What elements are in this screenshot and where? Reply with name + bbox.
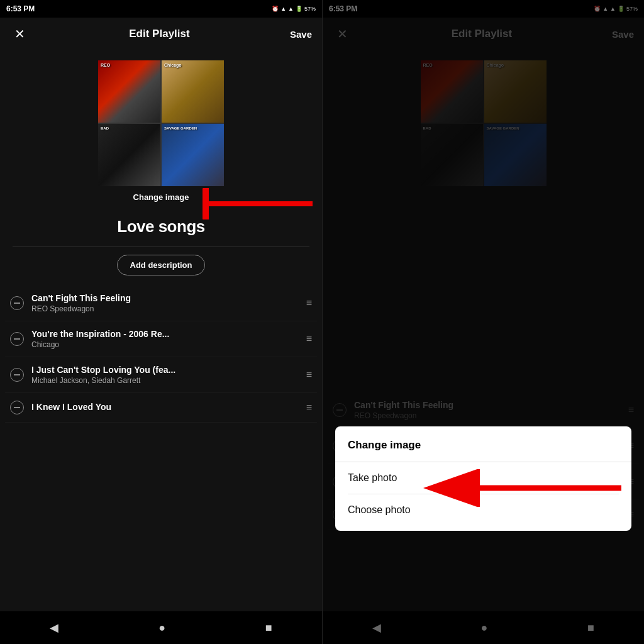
wifi-icon: ▲ xyxy=(280,6,286,12)
page-title-left: Edit Playlist xyxy=(129,28,189,40)
signal-icon: ▲ xyxy=(288,6,294,12)
nav-bar-left: ◀ ● ■ xyxy=(0,611,322,644)
song-title-2-left: You're the Inspiration - 2006 Re... xyxy=(31,329,299,339)
album-art-2-left: Chicago xyxy=(162,60,224,123)
take-photo-option[interactable]: Take photo xyxy=(348,462,619,494)
drag-handle-2-left[interactable]: ≡ xyxy=(306,333,312,345)
song-item-3-left: I Just Can't Stop Loving You (fea... Mic… xyxy=(5,357,317,393)
playlist-title-left: Love songs xyxy=(13,217,309,236)
change-image-sheet: Change image Take photo Choose photo xyxy=(335,426,631,531)
remove-song-2-left[interactable] xyxy=(10,332,24,346)
song-info-4-left: I Knew I Loved You xyxy=(31,402,299,413)
song-title-1-left: Can't Fight This Feeling xyxy=(31,293,299,303)
drag-handle-1-left[interactable]: ≡ xyxy=(306,297,312,309)
status-center-left: ⏰ ▲ ▲ 🔋 57% xyxy=(272,6,316,12)
drag-handle-4-left[interactable]: ≡ xyxy=(306,402,312,413)
song-item-1-left: Can't Fight This Feeling REO Speedwagon … xyxy=(5,286,317,321)
add-description-button-left[interactable]: Add description xyxy=(117,255,206,275)
playlist-image-section-left: REO Chicago BAD SAVAGE GARDEN Change ima… xyxy=(0,50,322,207)
remove-song-4-left[interactable] xyxy=(10,401,24,414)
battery-icon: 🔋 xyxy=(296,6,303,12)
song-item-2-left: You're the Inspiration - 2006 Re... Chic… xyxy=(5,321,317,357)
alarm-icon: ⏰ xyxy=(272,6,279,12)
sheet-title: Change image xyxy=(348,439,619,452)
playlist-image-left[interactable]: REO Chicago BAD SAVAGE GARDEN xyxy=(98,60,224,186)
title-divider-left xyxy=(13,247,309,247)
album-art-1-left: REO xyxy=(98,60,160,123)
song-artist-1-left: REO Speedwagon xyxy=(31,304,299,313)
header-left: ✕ Edit Playlist Save xyxy=(0,18,322,50)
album-art-4-left: SAVAGE GARDEN xyxy=(162,124,224,186)
drag-handle-3-left[interactable]: ≡ xyxy=(306,369,312,380)
album-art-3-left: BAD xyxy=(98,124,160,186)
song-list-left: Can't Fight This Feeling REO Speedwagon … xyxy=(0,286,322,423)
close-button-left[interactable]: ✕ xyxy=(10,26,29,42)
left-phone-panel: 6:53 PM ⏰ ▲ ▲ 🔋 57% ✕ Edit Playlist Save… xyxy=(0,0,322,644)
choose-photo-option[interactable]: Choose photo xyxy=(348,494,619,526)
content-left: REO Chicago BAD SAVAGE GARDEN Change ima… xyxy=(0,50,322,611)
save-button-left[interactable]: Save xyxy=(290,29,312,40)
battery-pct-left: 57% xyxy=(304,6,316,12)
status-bar-left: 6:53 PM ⏰ ▲ ▲ 🔋 57% xyxy=(0,0,322,18)
change-image-button-left[interactable]: Change image xyxy=(133,192,189,202)
remove-song-3-left[interactable] xyxy=(10,368,24,382)
status-time-left: 6:53 PM xyxy=(6,4,35,13)
song-item-4-left: I Knew I Loved You ≡ xyxy=(5,393,317,423)
home-nav-left[interactable]: ● xyxy=(158,621,165,635)
song-info-1-left: Can't Fight This Feeling REO Speedwagon xyxy=(31,293,299,313)
song-artist-2-left: Chicago xyxy=(31,340,299,349)
recents-nav-left[interactable]: ■ xyxy=(265,621,272,635)
right-phone-panel: 6:53 PM ⏰ ▲ ▲ 🔋 57% ✕ Edit Playlist Save… xyxy=(322,0,644,644)
song-info-2-left: You're the Inspiration - 2006 Re... Chic… xyxy=(31,329,299,349)
remove-song-1-left[interactable] xyxy=(10,296,24,310)
add-description-section-left: Add description xyxy=(13,255,309,275)
song-title-4-left: I Knew I Loved You xyxy=(31,402,299,412)
dim-overlay xyxy=(323,0,644,644)
song-title-3-left: I Just Can't Stop Loving You (fea... xyxy=(31,365,299,375)
playlist-title-section-left: Love songs xyxy=(0,207,322,242)
song-info-3-left: I Just Can't Stop Loving You (fea... Mic… xyxy=(31,365,299,385)
back-nav-left[interactable]: ◀ xyxy=(50,621,58,635)
song-artist-3-left: Michael Jackson, Siedah Garrett xyxy=(31,376,299,385)
